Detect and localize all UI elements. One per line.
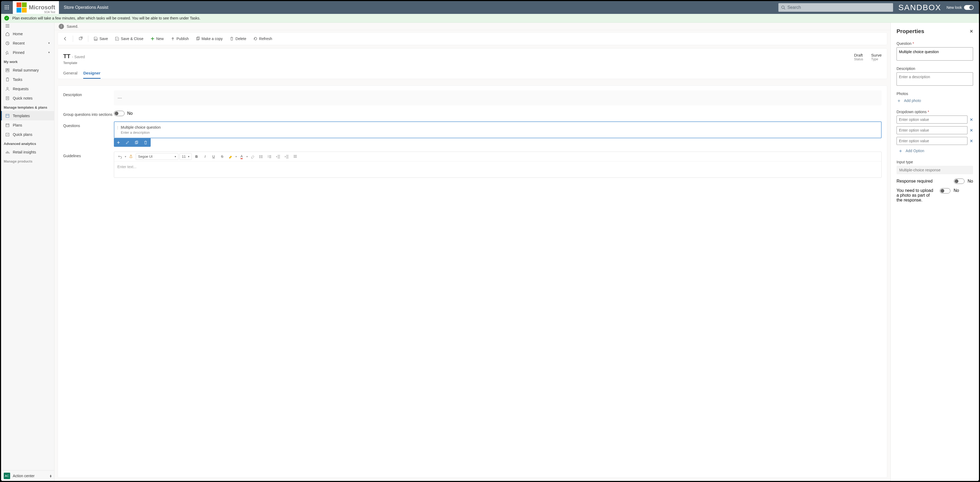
info-icon: i xyxy=(59,24,64,29)
main-area: i Saved. Save Save & Close New Publish M… xyxy=(54,23,890,481)
question-desc: Enter a description xyxy=(121,131,877,134)
rte-font-color[interactable]: A xyxy=(238,153,245,160)
svg-rect-20 xyxy=(6,124,9,127)
copy-question-button[interactable] xyxy=(132,138,141,147)
indent-icon xyxy=(285,155,289,159)
option-input[interactable] xyxy=(897,116,967,124)
rte-undo[interactable] xyxy=(116,153,124,160)
meta-type: SurveType xyxy=(871,53,881,61)
eraser-icon xyxy=(250,155,255,159)
chevron-down-icon[interactable]: ▾ xyxy=(235,155,237,158)
sidebar-group-templates: Manage templates & plans xyxy=(1,103,54,111)
open-new-window-button[interactable] xyxy=(76,35,85,42)
new-button[interactable]: New xyxy=(148,35,166,42)
add-question-button[interactable] xyxy=(114,138,123,147)
question-card[interactable]: ⋮⋮ Multiple choice question Enter a desc… xyxy=(114,121,881,138)
rte-bold[interactable]: B xyxy=(193,153,200,160)
rte-textarea[interactable]: Enter text... xyxy=(114,161,881,177)
rte-numbering[interactable]: 12 xyxy=(266,153,273,160)
notification-bar: ✓ Plan execution will take a few minutes… xyxy=(1,14,979,23)
option-input[interactable] xyxy=(897,137,967,145)
rte-align[interactable] xyxy=(291,153,299,160)
response-required-toggle[interactable] xyxy=(954,179,964,184)
delete-button[interactable]: Delete xyxy=(227,35,249,42)
prop-question-input[interactable] xyxy=(897,47,973,61)
app-launcher-icon[interactable] xyxy=(1,1,13,14)
svg-rect-0 xyxy=(5,5,6,6)
plus-icon xyxy=(116,140,121,145)
remove-option-button[interactable]: ✕ xyxy=(970,128,973,133)
publish-button[interactable]: Publish xyxy=(168,35,191,42)
field-label-description: Description xyxy=(63,91,114,97)
upload-photo-toggle[interactable] xyxy=(940,188,950,193)
rte-indent[interactable] xyxy=(283,153,290,160)
dashboard-icon xyxy=(5,68,10,72)
rte-italic[interactable]: I xyxy=(201,153,209,160)
close-properties-button[interactable]: ✕ xyxy=(970,29,973,34)
save-button[interactable]: Save xyxy=(91,35,111,42)
make-copy-button[interactable]: Make a copy xyxy=(193,35,225,42)
rte-outdent[interactable] xyxy=(274,153,282,160)
sidebar-item-requests[interactable]: Requests xyxy=(1,84,54,93)
prop-description-input[interactable] xyxy=(897,72,973,86)
clipboard-icon xyxy=(5,77,10,82)
group-sections-value: No xyxy=(127,111,132,116)
svg-rect-23 xyxy=(95,39,97,40)
add-photo-button[interactable]: ＋ Add photo xyxy=(897,97,973,104)
success-icon: ✓ xyxy=(4,16,9,21)
rte-font-select[interactable]: Segoe UI▾ xyxy=(136,153,178,160)
tab-designer[interactable]: Designer xyxy=(83,69,100,79)
svg-rect-12 xyxy=(6,69,7,70)
sidebar-item-label: Retail insights xyxy=(13,150,36,154)
sidebar-item-quick-plans[interactable]: Quick plans xyxy=(1,130,54,139)
refresh-button[interactable]: Refresh xyxy=(251,35,275,42)
sidebar-item-quick-notes[interactable]: Quick notes xyxy=(1,93,54,103)
rte-strike[interactable]: S xyxy=(218,153,226,160)
edit-question-button[interactable] xyxy=(123,138,132,147)
drag-handle-icon[interactable]: ⋮⋮ xyxy=(116,126,123,129)
rte-format-painter[interactable] xyxy=(127,153,135,160)
global-search[interactable]: Search xyxy=(778,3,893,12)
add-option-button[interactable]: ＋ Add Option xyxy=(898,148,973,154)
dropdown-option-row: ✕ xyxy=(897,137,973,145)
sidebar-collapse-button[interactable] xyxy=(1,23,54,29)
area-switcher[interactable]: AC Action center ▴▾ xyxy=(1,470,54,481)
sidebar-item-plans[interactable]: Plans xyxy=(1,120,54,130)
cmd-label: New xyxy=(156,37,164,41)
svg-rect-2 xyxy=(8,5,9,6)
rte-size-select[interactable]: 11▾ xyxy=(180,153,192,160)
sidebar-item-tasks[interactable]: Tasks xyxy=(1,75,54,84)
rte-toolbar: ▾ Segoe UI▾ 11▾ B I U S ▾ A xyxy=(114,152,881,161)
back-button[interactable] xyxy=(60,35,70,42)
chevron-down-icon[interactable]: ▾ xyxy=(247,155,248,158)
rte-highlight[interactable] xyxy=(227,153,234,160)
sidebar-item-retail-summary[interactable]: Retail summary xyxy=(1,65,54,75)
sidebar-item-retail-insights[interactable]: Retail insights xyxy=(1,147,54,156)
sidebar-group-mywork: My work xyxy=(1,57,54,65)
person-icon xyxy=(5,87,10,91)
sidebar-item-home[interactable]: Home xyxy=(1,29,54,38)
sidebar-item-templates[interactable]: Templates xyxy=(1,111,54,120)
rte-clear-format[interactable] xyxy=(249,153,256,160)
new-look-toggle[interactable] xyxy=(964,5,974,10)
brush-icon xyxy=(129,155,133,159)
svg-point-28 xyxy=(259,155,260,156)
group-sections-toggle[interactable] xyxy=(114,111,124,116)
description-field[interactable]: --- xyxy=(114,91,881,105)
remove-option-button[interactable]: ✕ xyxy=(970,117,973,122)
rte-bullets[interactable] xyxy=(257,153,265,160)
sidebar-item-recent[interactable]: Recent ▾ xyxy=(1,38,54,48)
delete-question-button[interactable] xyxy=(141,138,150,147)
remove-option-button[interactable]: ✕ xyxy=(970,139,973,144)
rte-underline[interactable]: U xyxy=(210,153,217,160)
chevron-down-icon[interactable]: ▾ xyxy=(125,155,126,158)
meta-status: DraftStatus xyxy=(854,53,863,61)
brand-text: MicrosoftSOA Test xyxy=(29,4,55,11)
sidebar-item-pinned[interactable]: Pinned ▾ xyxy=(1,48,54,57)
save-close-button[interactable]: Save & Close xyxy=(112,35,146,42)
prop-photos-label: Photos xyxy=(897,91,973,96)
option-input[interactable] xyxy=(897,126,967,134)
tab-general[interactable]: General xyxy=(63,69,77,79)
dropdown-option-row: ✕ xyxy=(897,126,973,134)
brand-logo[interactable]: MicrosoftSOA Test xyxy=(13,1,59,14)
